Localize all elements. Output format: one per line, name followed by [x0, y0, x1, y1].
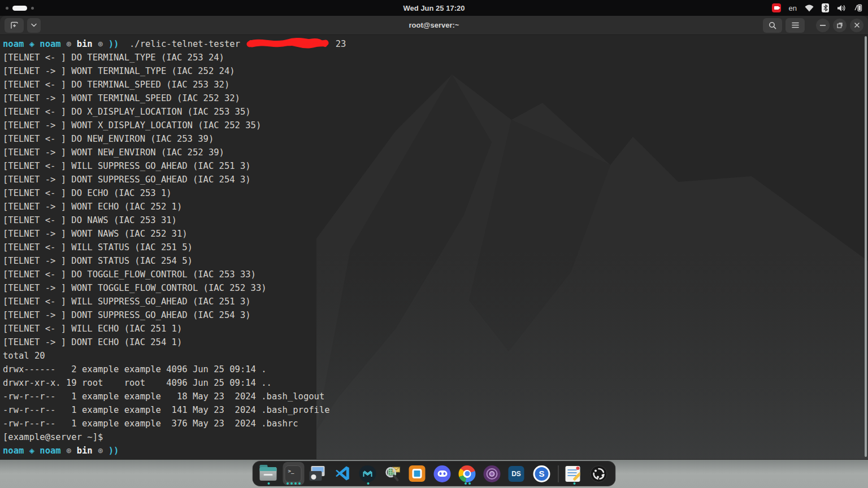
- shell-prompt-line: noam ◈ noam ⊛ bin ⊛ )) ./relic-telnet-te…: [3, 37, 868, 51]
- terminal-icon: >_: [285, 465, 303, 483]
- bluetooth-icon: [822, 3, 829, 12]
- telnet-output-line: [TELNET -> ] WONT NAWS (IAC 252 31): [3, 227, 868, 241]
- volume-icon: [837, 5, 846, 12]
- top-bar: Wed Jun 25 17:20 en: [0, 0, 868, 16]
- running-indicator-dots: [287, 482, 301, 485]
- file-listing-line: total 20: [3, 349, 868, 363]
- workspace-active-pill: [12, 6, 27, 11]
- vscode-icon: [335, 465, 353, 483]
- close-button[interactable]: [850, 19, 863, 32]
- wifi-icon: [805, 5, 814, 12]
- telnet-output-line: [TELNET -> ] WONT ECHO (IAC 252 1): [3, 200, 868, 213]
- file-listing-line: drwx------ 2 example example 4096 Jun 25…: [3, 363, 868, 376]
- maximize-button[interactable]: [833, 19, 847, 32]
- telnet-output-line: [TELNET <- ] DO ECHO (IAC 253 1): [3, 186, 868, 200]
- files-icon: [260, 465, 278, 483]
- ds-app-icon: DS: [509, 465, 527, 483]
- telnet-output-line: [TELNET <- ] WILL STATUS (IAC 251 5): [3, 241, 868, 254]
- dock-item-obs[interactable]: [589, 462, 610, 485]
- terminal-content[interactable]: noam ◈ noam ⊛ bin ⊛ )) ./relic-telnet-te…: [0, 35, 868, 459]
- clock[interactable]: Wed Jun 25 17:20: [0, 4, 868, 12]
- dock: >_DSS: [253, 461, 616, 486]
- dock-item-ds-app[interactable]: DS: [507, 462, 528, 485]
- redaction-scribble: [246, 38, 329, 49]
- notes-icon: [566, 465, 584, 483]
- window-title: root@server:~: [0, 21, 868, 29]
- dock-separator: [558, 465, 559, 482]
- telnet-output-line: [TELNET -> ] WONT TERMINAL_SPEED (IAC 25…: [3, 91, 868, 105]
- mailspring-icon: [359, 465, 377, 483]
- battery-icon: [854, 4, 862, 12]
- dock-item-mailspring[interactable]: [358, 462, 379, 485]
- tor-browser-icon: [484, 465, 502, 483]
- telnet-output-line: [TELNET <- ] DO X_DISPLAY_LOCATION (IAC …: [3, 105, 868, 119]
- dock-item-vmware[interactable]: [407, 462, 429, 485]
- keyboard-layout-indicator[interactable]: en: [789, 4, 797, 12]
- file-listing-line: drwxr-xr-x. 19 root root 4096 Jun 25 09:…: [3, 376, 868, 390]
- telnet-output-line: [TELNET -> ] DONT SUPPRESS_GO_AHEAD (IAC…: [3, 173, 868, 186]
- shell-prompt-line: noam ◈ noam ⊛ bin ⊛ )): [3, 444, 868, 457]
- obs-icon: [591, 465, 609, 483]
- dock-item-notes[interactable]: [564, 462, 585, 485]
- telnet-output-line: [TELNET <- ] DO TERMINAL_TYPE (IAC 253 2…: [3, 51, 868, 64]
- dock-item-discord[interactable]: [432, 462, 454, 485]
- telnet-output-line: [TELNET -> ] WONT X_DISPLAY_LOCATION (IA…: [3, 119, 868, 132]
- telnet-output-line: [TELNET <- ] WILL SUPPRESS_GO_AHEAD (IAC…: [3, 159, 868, 173]
- workspace-indicator[interactable]: [6, 6, 34, 11]
- running-indicator-dots: [574, 482, 576, 485]
- file-listing-line: -rw-r--r-- 1 example example 376 May 23 …: [3, 417, 868, 430]
- desktop: Wed Jun 25 17:20 en: [0, 0, 868, 488]
- telnet-output-line: [TELNET -> ] WONT TOGGLE_FLOW_CONTROL (I…: [3, 281, 868, 295]
- dock-item-tor-browser[interactable]: [482, 462, 504, 485]
- discord-icon: [434, 465, 452, 483]
- file-listing-line: -rw-r--r-- 1 example example 141 May 23 …: [3, 403, 868, 417]
- telnet-output-line: [TELNET <- ] WILL ECHO (IAC 251 1): [3, 322, 868, 336]
- tab-list-chevron-button[interactable]: [27, 18, 41, 33]
- telnet-output-line: [TELNET <- ] DO TOGGLE_FLOW_CONTROL (IAC…: [3, 268, 868, 281]
- dock-item-terminal[interactable]: >_: [283, 462, 305, 485]
- telnet-output-line: [TELNET <- ] WILL SUPPRESS_GO_AHEAD (IAC…: [3, 295, 868, 308]
- telnet-output-line: [TELNET <- ] DO TERMINAL_SPEED (IAC 253 …: [3, 78, 868, 91]
- telnet-output-line: [TELNET -> ] WONT NEW_ENVIRON (IAC 252 3…: [3, 146, 868, 159]
- dock-item-s-app[interactable]: S: [532, 462, 553, 485]
- telnet-output-line: [TELNET -> ] DONT STATUS (IAC 254 5): [3, 254, 868, 268]
- dock-item-vscode[interactable]: [333, 462, 354, 485]
- running-indicator-dots: [268, 482, 270, 485]
- dock-item-network-scanner[interactable]: [383, 462, 404, 485]
- telnet-output-line: [TELNET <- ] DO NEW_ENVIRON (IAC 253 39): [3, 132, 868, 146]
- file-listing-line: -rw-r--r-- 1 example example 18 May 23 2…: [3, 390, 868, 403]
- new-tab-button[interactable]: [5, 18, 24, 33]
- telnet-output-line: [TELNET -> ] DONT SUPPRESS_GO_AHEAD (IAC…: [3, 308, 868, 322]
- dock-item-files[interactable]: [258, 462, 280, 485]
- running-indicator-dots: [367, 482, 370, 485]
- telnet-output-line: [TELNET <- ] DO NAWS (IAC 253 31): [3, 213, 868, 227]
- s-app-icon: S: [533, 465, 552, 483]
- terminal-window: root@server:~: [0, 16, 868, 460]
- menu-button[interactable]: [785, 18, 805, 33]
- recording-indicator-icon[interactable]: [772, 3, 781, 12]
- workspace-dot: [6, 7, 8, 10]
- dock-item-app-windows[interactable]: [308, 462, 329, 485]
- network-scanner-icon: [384, 465, 402, 483]
- terminal-scrollbar[interactable]: [865, 36, 867, 457]
- running-indicator-dots: [465, 482, 471, 485]
- terminal-title-bar[interactable]: root@server:~: [0, 16, 868, 35]
- workspace-dot: [31, 7, 34, 10]
- chrome-icon: [459, 465, 477, 483]
- dock-item-chrome[interactable]: [457, 462, 479, 485]
- app-windows-icon: [310, 465, 328, 483]
- minimize-button[interactable]: [816, 19, 830, 32]
- search-button[interactable]: [763, 18, 782, 33]
- system-tray[interactable]: en: [772, 3, 862, 12]
- telnet-output-line: [TELNET -> ] DONT ECHO (IAC 254 1): [3, 336, 868, 349]
- vmware-icon: [409, 465, 427, 483]
- telnet-output-line: [TELNET -> ] WONT TERMINAL_TYPE (IAC 252…: [3, 64, 868, 78]
- remote-bash-prompt: [example@server ~]$: [3, 430, 868, 444]
